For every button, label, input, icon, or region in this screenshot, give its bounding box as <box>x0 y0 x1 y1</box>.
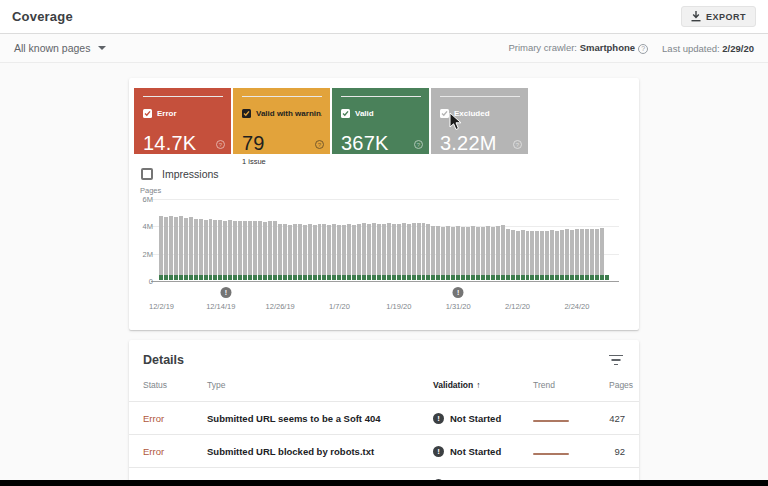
summary-tile-valid-with-warnings[interactable]: Valid with warnin...791 issue? <box>233 88 330 154</box>
page-title: Coverage <box>12 9 73 24</box>
chart-bar <box>322 224 326 280</box>
chart-bar <box>367 224 371 280</box>
export-button[interactable]: EXPORT <box>681 6 756 27</box>
chart-bar <box>263 222 267 280</box>
checkbox-checked-icon <box>143 109 152 118</box>
main-content: Error14.7K7 issues?Valid with warnin...7… <box>0 63 768 486</box>
chart-bar <box>189 217 193 280</box>
impressions-label: Impressions <box>162 168 219 180</box>
chart-bar <box>332 224 336 280</box>
chart-bar <box>555 231 559 280</box>
column-header-validation[interactable]: Validation ↑ <box>433 380 533 390</box>
chart-bar <box>313 225 317 280</box>
last-updated: Last updated: 2/29/20 <box>662 43 754 54</box>
details-card: Details Status Type Validation ↑ Trend P… <box>129 340 639 486</box>
chart-bar <box>174 217 178 280</box>
y-tick: 2M <box>133 250 153 259</box>
chart-bar <box>426 224 430 280</box>
chart-bar <box>491 227 495 280</box>
type-cell: Submitted URL blocked by robots.txt <box>207 446 433 457</box>
tile-label: Valid with warnin... <box>256 109 322 118</box>
chart-bar <box>535 231 539 280</box>
column-header-trend[interactable]: Trend <box>533 380 609 390</box>
chart-bar <box>476 227 480 280</box>
chart-bar <box>436 226 440 280</box>
page-scope-dropdown[interactable]: All known pages <box>14 42 106 54</box>
tile-label: Excluded <box>454 109 490 118</box>
chart-bar <box>431 226 435 280</box>
app-header: Coverage EXPORT <box>0 0 768 34</box>
chart-bar <box>486 226 490 280</box>
trend-sparkline <box>533 420 569 422</box>
help-icon[interactable]: ? <box>315 140 324 149</box>
chart-bar <box>412 223 416 280</box>
validation-label: Not Started <box>450 413 501 424</box>
help-icon[interactable]: ? <box>216 140 225 149</box>
column-header-status[interactable]: Status <box>143 380 207 390</box>
chart-bar <box>481 227 485 280</box>
help-icon[interactable]: ? <box>414 140 423 149</box>
chart-bar <box>511 230 515 280</box>
chart-bar <box>223 221 227 280</box>
help-icon[interactable]: ? <box>638 44 648 54</box>
chart-bar <box>526 231 530 280</box>
chart-bar <box>179 216 183 280</box>
chart-bar <box>387 223 391 280</box>
help-icon[interactable]: ? <box>513 140 522 149</box>
chart-bar <box>283 224 287 280</box>
y-axis-title: Pages <box>140 186 161 195</box>
chart-bar <box>169 216 173 280</box>
chart-bar <box>451 227 455 280</box>
chart-bar <box>352 225 356 280</box>
tile-value: 3.22M <box>440 132 520 155</box>
primary-crawler: Primary crawler: Smartphone? <box>508 42 648 54</box>
chart-bar <box>521 230 525 280</box>
timeline-annotation-marker[interactable]: ! <box>220 287 231 298</box>
pages-cell: 427 <box>609 413 625 424</box>
chart-bar <box>184 218 188 280</box>
chart-bar <box>580 229 584 280</box>
x-tick-label: 12/14/19 <box>206 302 235 311</box>
chart-bar <box>496 226 500 280</box>
chart-bar <box>357 224 361 280</box>
chart-bar <box>585 229 589 280</box>
chart-bar <box>258 221 262 280</box>
chart-bar <box>273 221 277 280</box>
impressions-toggle[interactable]: Impressions <box>141 168 639 180</box>
column-header-pages[interactable]: Pages <box>609 380 633 390</box>
crawler-info: Primary crawler: Smartphone? Last update… <box>508 42 754 54</box>
summary-tile-valid[interactable]: Valid367K? <box>332 88 429 154</box>
filter-list-icon[interactable] <box>608 355 623 366</box>
summary-tile-excluded[interactable]: Excluded3.22M? <box>431 88 528 154</box>
summary-tile-error[interactable]: Error14.7K7 issues? <box>134 88 231 154</box>
chart-bar <box>293 224 297 280</box>
y-tick: 0 <box>133 277 153 286</box>
coverage-report-screen: Coverage EXPORT All known pages Primary … <box>0 0 768 486</box>
checkbox-checked-icon <box>440 109 449 118</box>
impressions-checkbox[interactable] <box>141 168 153 180</box>
table-row[interactable]: ErrorSubmitted URL blocked by robots.txt… <box>129 434 639 467</box>
status-cell: Error <box>143 413 207 424</box>
tile-subtext: 1 issue <box>242 157 322 166</box>
column-header-type[interactable]: Type <box>207 380 433 390</box>
chart-bar <box>530 231 534 280</box>
chart-bar <box>407 224 411 280</box>
chart-bar <box>397 224 401 280</box>
chart-bar <box>209 219 213 280</box>
chart-bar <box>575 229 579 280</box>
summary-tiles: Error14.7K7 issues?Valid with warnin...7… <box>129 78 639 154</box>
chart-bar <box>545 231 549 280</box>
chart-bar <box>337 225 341 280</box>
chart-bar <box>218 220 222 280</box>
chart-bar <box>308 224 312 280</box>
table-row[interactable]: ErrorSubmitted URL seems to be a Soft 40… <box>129 401 639 434</box>
export-button-label: EXPORT <box>706 12 746 22</box>
chart-bar <box>377 224 381 280</box>
timeline-annotation-marker[interactable]: ! <box>453 287 464 298</box>
chart-bar <box>278 224 282 280</box>
pages-cell: 92 <box>609 446 625 457</box>
chart-bar <box>233 221 237 280</box>
table-body: ErrorSubmitted URL seems to be a Soft 40… <box>129 401 639 486</box>
chart-bar <box>560 230 564 280</box>
chart-bar <box>516 231 520 280</box>
